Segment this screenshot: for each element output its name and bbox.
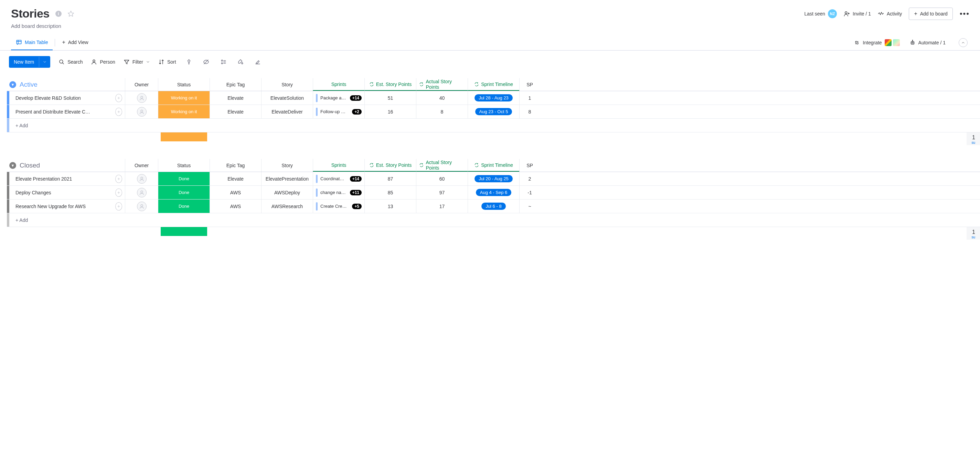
actual-story-points-cell[interactable]: 60 — [416, 172, 468, 185]
more-menu-icon[interactable]: ••• — [960, 9, 970, 18]
sprints-cell[interactable]: Create Cre…+5 — [313, 199, 364, 213]
story-cell[interactable]: ElevateSolution — [261, 91, 313, 105]
table-row[interactable]: Present and Distribute Elevate C… Workin… — [7, 105, 980, 119]
table-row[interactable]: Elevate Presentation 2021 Done Elevate E… — [7, 172, 980, 186]
epic-tag-cell[interactable]: AWS — [210, 186, 261, 199]
sprint-timeline-cell[interactable]: Jul 28 - Aug 23 — [468, 91, 519, 105]
col-sp[interactable]: SP — [519, 159, 540, 172]
est-story-points-cell[interactable]: 16 — [364, 105, 416, 118]
table-row[interactable]: Develop Elevate R&D Solution Working on … — [7, 91, 980, 105]
col-owner[interactable]: Owner — [125, 78, 158, 91]
status-cell[interactable]: Working on it — [158, 91, 210, 105]
story-cell[interactable]: ElevatePresentation — [261, 172, 313, 185]
table-row[interactable]: Research New Upgrade for AWS Done AWS AW… — [7, 199, 980, 213]
add-item-row[interactable]: + Add — [7, 213, 980, 227]
table-row[interactable]: Deploy Changes Done AWS AWSDeploy change… — [7, 186, 980, 199]
col-sprints[interactable]: Sprints — [313, 78, 364, 91]
sp-cell[interactable]: ~ — [519, 199, 540, 213]
filter-button[interactable]: Filter — [124, 59, 150, 65]
status-cell[interactable]: Done — [158, 172, 210, 185]
color-icon[interactable] — [236, 57, 245, 67]
sprints-cell[interactable]: Package a…+14 — [313, 91, 364, 105]
add-item-row[interactable]: + Add — [7, 119, 980, 132]
sp-cell[interactable]: -1 — [519, 186, 540, 199]
automate-button[interactable]: Automate / 1 — [910, 40, 946, 46]
status-cell[interactable]: Working on it — [158, 105, 210, 118]
invite-button[interactable]: Invite / 1 — [844, 11, 871, 17]
col-sp[interactable]: SP — [519, 78, 540, 91]
new-item-button[interactable]: New Item — [9, 56, 50, 68]
hide-icon[interactable] — [202, 57, 211, 67]
owner-cell[interactable] — [125, 91, 158, 105]
integrate-button[interactable]: Integrate — [854, 39, 899, 46]
sort-button[interactable]: Sort — [158, 59, 176, 65]
pin-icon[interactable] — [185, 57, 193, 67]
col-sprints[interactable]: Sprints — [313, 159, 364, 172]
group-name[interactable]: Closed — [20, 162, 40, 169]
person-filter-button[interactable]: Person — [91, 59, 115, 65]
sprint-timeline-cell[interactable]: Jul 6 - 8 — [468, 199, 519, 213]
add-to-board-button[interactable]: + Add to board — [909, 8, 953, 20]
col-story[interactable]: Story — [261, 159, 313, 172]
group-collapse-icon[interactable]: ▼ — [9, 81, 16, 88]
edit-icon[interactable] — [253, 57, 262, 67]
col-owner[interactable]: Owner — [125, 159, 158, 172]
sprint-timeline-cell[interactable]: Aug 23 - Oct 5 — [468, 105, 519, 118]
sprints-cell[interactable]: Coordinat…+14 — [313, 172, 364, 185]
sprints-cell[interactable]: change na…+11 — [313, 186, 364, 199]
epic-tag-cell[interactable]: Elevate — [210, 91, 261, 105]
epic-tag-cell[interactable]: Elevate — [210, 105, 261, 118]
actual-story-points-cell[interactable]: 17 — [416, 199, 468, 213]
expand-item-button[interactable] — [113, 172, 125, 185]
actual-story-points-cell[interactable]: 97 — [416, 186, 468, 199]
col-status[interactable]: Status — [158, 78, 210, 91]
tab-main-table[interactable]: Main Table — [11, 35, 52, 50]
actual-story-points-cell[interactable]: 40 — [416, 91, 468, 105]
status-cell[interactable]: Done — [158, 199, 210, 213]
expand-item-button[interactable] — [113, 91, 125, 105]
col-est-story-points[interactable]: Est. Story Points — [364, 78, 416, 91]
owner-cell[interactable] — [125, 186, 158, 199]
expand-item-button[interactable] — [113, 186, 125, 199]
sp-cell[interactable]: 1 — [519, 91, 540, 105]
height-icon[interactable] — [219, 57, 228, 67]
group-name[interactable]: Active — [20, 81, 38, 88]
owner-cell[interactable] — [125, 105, 158, 118]
story-cell[interactable]: AWSResearch — [261, 199, 313, 213]
add-view-button[interactable]: + Add View — [57, 35, 93, 50]
new-item-dropdown[interactable] — [39, 57, 50, 67]
item-name-cell[interactable]: Elevate Presentation 2021 — [9, 172, 113, 185]
est-story-points-cell[interactable]: 51 — [364, 91, 416, 105]
item-name-cell[interactable]: Develop Elevate R&D Solution — [9, 91, 113, 105]
search-button[interactable]: Search — [59, 59, 83, 65]
actual-story-points-cell[interactable]: 8 — [416, 105, 468, 118]
epic-tag-cell[interactable]: Elevate — [210, 172, 261, 185]
item-name-cell[interactable]: Research New Upgrade for AWS — [9, 199, 113, 213]
board-description[interactable]: Add board description — [0, 23, 980, 35]
item-name-cell[interactable]: Present and Distribute Elevate C… — [9, 105, 113, 118]
info-icon[interactable]: i — [55, 10, 62, 17]
sprint-timeline-cell[interactable]: Jul 20 - Aug 25 — [468, 172, 519, 185]
col-actual-story-points[interactable]: Actual Story Points — [416, 78, 468, 91]
col-story[interactable]: Story — [261, 78, 313, 91]
col-sprint-timeline[interactable]: Sprint Timeline — [468, 78, 519, 91]
item-name-cell[interactable]: Deploy Changes — [9, 186, 113, 199]
story-cell[interactable]: ElevateDeliver — [261, 105, 313, 118]
sprints-cell[interactable]: Follow-up …+2 — [313, 105, 364, 118]
status-cell[interactable]: Done — [158, 186, 210, 199]
est-story-points-cell[interactable]: 85 — [364, 186, 416, 199]
est-story-points-cell[interactable]: 13 — [364, 199, 416, 213]
col-epic-tag[interactable]: Epic Tag — [210, 159, 261, 172]
expand-item-button[interactable] — [113, 105, 125, 118]
col-status[interactable]: Status — [158, 159, 210, 172]
col-sprint-timeline[interactable]: Sprint Timeline — [468, 159, 519, 172]
est-story-points-cell[interactable]: 87 — [364, 172, 416, 185]
epic-tag-cell[interactable]: AWS — [210, 199, 261, 213]
sprint-timeline-cell[interactable]: Aug 4 - Sep 6 — [468, 186, 519, 199]
last-seen[interactable]: Last seen NZ — [804, 9, 837, 18]
col-actual-story-points[interactable]: Actual Story Points — [416, 159, 468, 172]
group-collapse-icon[interactable]: ▼ — [9, 162, 16, 169]
col-est-story-points[interactable]: Est. Story Points — [364, 159, 416, 172]
story-cell[interactable]: AWSDeploy — [261, 186, 313, 199]
sp-cell[interactable]: 2 — [519, 172, 540, 185]
